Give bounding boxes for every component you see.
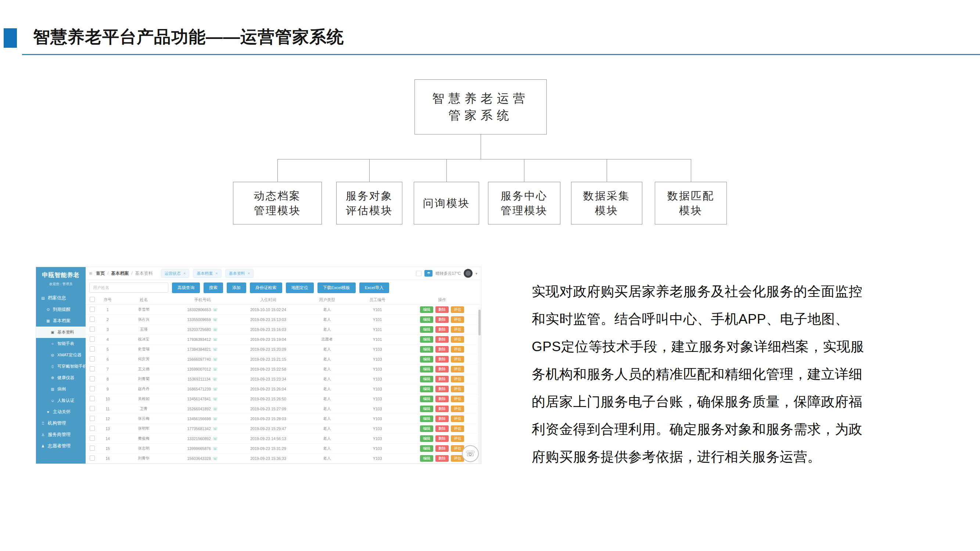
row-checkbox[interactable] [90,337,95,341]
sidebar-item[interactable]: ⊙ 到期提醒 [36,304,86,315]
toolbar-button[interactable]: 添加 [227,283,246,293]
edit-button[interactable]: 编辑 [420,395,433,402]
collapse-menu-icon[interactable]: ≡ [88,272,94,275]
call-icon[interactable]: ☏ [213,357,218,362]
delete-button[interactable]: 删除 [436,386,449,392]
assess-button[interactable]: 评估 [451,316,464,323]
edit-button[interactable]: 编辑 [420,336,433,343]
edit-button[interactable]: 编辑 [420,426,433,432]
sidebar-item[interactable]: ⊕ 健康仪器 [36,372,86,384]
row-checkbox[interactable] [90,366,95,372]
edit-button[interactable]: 编辑 [420,306,433,313]
tab-chip[interactable]: 运营状态 × [161,269,189,278]
row-checkbox[interactable] [90,436,95,441]
sidebar-item[interactable]: ♖ 机构管理 [36,418,86,429]
tab-close-icon[interactable]: × [215,271,218,275]
sidebar-item[interactable]: ♟ 志愿者管理 [36,440,86,452]
search-input[interactable] [89,283,168,293]
tab-close-icon[interactable]: × [248,271,250,275]
call-icon[interactable]: ☏ [213,427,218,431]
tab-chip[interactable]: 基本资料 × [225,269,253,278]
sidebar-item[interactable]: ▯ 可穿戴智能手机 [36,361,86,372]
delete-button[interactable]: 删除 [436,445,449,452]
avatar[interactable] [464,269,473,278]
edit-button[interactable]: 编辑 [420,326,433,333]
assess-button[interactable]: 评估 [451,376,464,383]
toolbar-button[interactable]: Excel导入 [360,283,389,293]
call-icon[interactable]: ☏ [213,387,218,391]
chevron-down-icon[interactable]: ▾ [476,272,477,275]
call-icon[interactable]: ☏ [213,327,218,332]
edit-button[interactable]: 编辑 [420,366,433,373]
tab-chip[interactable]: 基本档案 × [193,269,221,278]
row-checkbox[interactable] [90,386,95,391]
delete-button[interactable]: 删除 [436,346,449,353]
breadcrumb-home[interactable]: 首页 [96,270,105,276]
sidebar-item[interactable]: ▥ 病例 [36,384,86,395]
row-checkbox[interactable] [90,346,95,351]
assess-button[interactable]: 评估 [451,346,464,353]
call-icon[interactable]: ☏ [213,416,218,421]
assess-button[interactable]: 评估 [451,435,464,442]
select-all-checkbox[interactable] [90,297,95,302]
call-icon[interactable]: ☏ [213,456,218,460]
scrollbar-thumb[interactable] [479,310,480,335]
row-checkbox[interactable] [90,456,95,460]
delete-button[interactable]: 删除 [436,336,449,343]
delete-button[interactable]: 删除 [436,326,449,333]
edit-button[interactable]: 编辑 [420,405,433,412]
edit-button[interactable]: 编辑 [420,376,433,383]
call-icon[interactable]: ☏ [213,407,218,411]
sidebar-item[interactable]: ▤ 档案信息 [36,292,86,304]
call-icon[interactable]: ☏ [212,377,218,381]
row-checkbox[interactable] [90,416,95,421]
sidebar-item[interactable]: ▣ 基本资料 [36,327,86,338]
sidebar-item[interactable]: ○ 智能手表 [36,338,86,349]
assess-button[interactable]: 评估 [451,326,464,333]
sidebar-item[interactable]: ▦ 基本档案 [36,315,86,327]
toolbar-button[interactable]: 搜索 [204,283,223,293]
scrollbar-track[interactable] [478,308,481,464]
delete-button[interactable]: 删除 [436,395,449,402]
delete-button[interactable]: 删除 [436,455,449,462]
edit-button[interactable]: 编辑 [420,386,433,392]
tab-close-icon[interactable]: × [183,271,186,275]
sidebar-item[interactable]: ♥ 主动关怀 [36,406,86,418]
row-checkbox[interactable] [90,307,95,312]
row-checkbox[interactable] [90,396,95,401]
assess-button[interactable]: 评估 [451,386,464,392]
edit-button[interactable]: 编辑 [420,416,433,422]
delete-button[interactable]: 删除 [436,366,449,373]
assess-button[interactable]: 评估 [451,426,464,432]
delete-button[interactable]: 删除 [436,376,449,383]
call-icon[interactable]: ☏ [213,397,218,401]
delete-button[interactable]: 删除 [436,426,449,432]
call-icon[interactable]: ☏ [213,318,218,322]
edit-button[interactable]: 编辑 [420,316,433,323]
assess-button[interactable]: 评估 [451,395,464,402]
row-checkbox[interactable] [90,446,95,451]
delete-button[interactable]: 删除 [436,356,449,362]
assess-button[interactable]: 评估 [451,336,464,343]
edit-button[interactable]: 编辑 [420,435,433,442]
call-icon[interactable]: ☏ [213,347,218,351]
sidebar-item[interactable]: ☺ 人脸认证 [36,395,86,406]
row-checkbox[interactable] [90,317,95,322]
row-checkbox[interactable] [90,376,95,381]
call-icon[interactable]: ☏ [213,308,218,312]
delete-button[interactable]: 删除 [436,405,449,412]
call-float-button[interactable]: ☏ [462,445,479,462]
assess-button[interactable]: 评估 [451,405,464,412]
row-checkbox[interactable] [90,327,95,332]
sidebar-item[interactable]: ♙ 服务商管理 [36,429,86,440]
edit-button[interactable]: 编辑 [420,455,433,462]
toolbar-button[interactable]: 地图定位 [286,283,314,293]
row-checkbox[interactable] [90,406,95,411]
edit-button[interactable]: 编辑 [420,445,433,452]
breadcrumb-section[interactable]: 基本档案 [111,270,129,276]
assess-button[interactable]: 评估 [451,416,464,422]
delete-button[interactable]: 删除 [436,435,449,442]
sidebar-item[interactable]: ◎ XMAT定位器 [36,349,86,361]
delete-button[interactable]: 删除 [436,306,449,313]
call-icon[interactable]: ☏ [213,446,218,451]
